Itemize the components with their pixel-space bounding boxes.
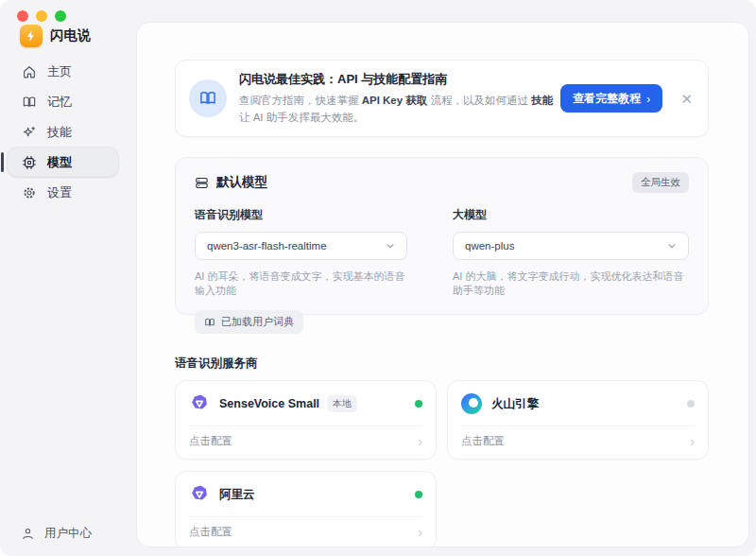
banner-description: 查阅官方指南，快速掌握 API Key 获取 流程，以及如何通过 技能 让 AI… [239,93,560,126]
sidebar-item-label: 设置 [47,184,72,201]
asr-model-field: 语音识别模型 qwen3-asr-flash-realtime AI 的耳朵，将… [195,207,407,334]
desc-part: 让 AI 助手发挥最大效能。 [239,112,364,123]
chevron-right-icon: › [690,435,695,448]
asr-model-select[interactable]: qwen3-asr-flash-realtime [195,232,407,260]
provider-configure-row[interactable]: 点击配置 › [176,426,436,459]
provider-name: 火山引擎 [491,396,539,412]
default-models-card: 默认模型 全局生效 语音识别模型 qwen3-asr-flash-realtim… [175,157,709,315]
llm-model-label: 大模型 [453,207,689,223]
status-dot [687,400,695,408]
user-center-button[interactable]: 用户中心 [21,526,92,542]
asr-model-value: qwen3-asr-flash-realtime [207,240,327,252]
provider-header: SenseVoice Small 本地 [176,381,436,414]
sidebar-item-models[interactable]: 模型 [8,148,118,177]
user-dictionary-label: 已加载用户词典 [221,315,294,329]
provider-header: 火山引擎 [448,381,708,414]
sidebar-item-memory[interactable]: 记忆 [8,87,118,116]
sidebar-item-label: 模型 [47,154,72,171]
chevron-right-icon: › [418,435,422,448]
llm-model-desc: AI 的大脑，将文字变成行动，实现优化表达和语音助手等功能 [453,269,689,298]
desc-bold: API Key 获取 [362,95,428,106]
desc-part: 流程，以及如何通过 [427,95,531,106]
model-fields: 语音识别模型 qwen3-asr-flash-realtime AI 的耳朵，将… [195,207,689,334]
best-practice-banner: 闪电说最佳实践：API 与技能配置指南 查阅官方指南，快速掌握 API Key … [175,60,709,137]
active-nav-indicator [1,152,4,172]
sidebar-item-label: 记忆 [47,94,72,111]
guide-book-icon [189,79,227,117]
provider-name: 阿里云 [219,487,255,503]
configure-label: 点击配置 [461,434,505,448]
app-logo: 闪电说 [20,25,92,47]
user-center-label: 用户中心 [44,526,92,542]
alicloud-logo [189,484,210,505]
main-panel: 闪电说最佳实践：API 与技能配置指南 查阅官方指南，快速掌握 API Key … [137,23,748,547]
desc-part: 查阅官方指南，快速掌握 [239,95,362,106]
status-dot [415,400,422,408]
user-dictionary-chip[interactable]: 已加载用户词典 [195,310,303,334]
dictionary-icon [204,317,215,328]
global-effect-badge: 全局生效 [632,172,689,193]
asr-model-desc: AI 的耳朵，将语音变成文字，实现基本的语音输入功能 [195,269,407,298]
lightning-icon [20,25,43,47]
server-stack-icon [195,176,209,190]
chevron-right-icon: › [646,92,650,106]
default-models-title: 默认模型 [216,174,267,191]
provider-configure-row[interactable]: 点击配置 › [448,426,708,459]
provider-card-alicloud[interactable]: 阿里云 点击配置 › [175,471,437,547]
close-window-button[interactable] [17,10,28,22]
sidebar-item-label: 主页 [47,63,72,80]
cta-label: 查看完整教程 [573,91,641,107]
maximize-window-button[interactable] [55,10,66,22]
provider-configure-row[interactable]: 点击配置 › [176,517,436,547]
provider-header: 阿里云 [176,472,436,505]
sidebar-item-home[interactable]: 主页 [8,57,118,86]
asr-model-label: 语音识别模型 [195,207,407,223]
sensevoice-logo [189,393,210,414]
desc-bold: 技能 [531,95,553,106]
person-icon [21,527,35,541]
chip-icon [22,155,37,170]
banner-text: 闪电说最佳实践：API 与技能配置指南 查阅官方指南，快速掌握 API Key … [239,71,560,126]
gear-icon [22,185,37,200]
view-tutorial-button[interactable]: 查看完整教程 › [560,84,662,113]
providers-section-title: 语音识别服务商 [175,356,748,372]
window-controls [17,10,66,22]
llm-model-field: 大模型 qwen-plus AI 的大脑，将文字变成行动，实现优化表达和语音助手… [453,207,689,334]
provider-name: SenseVoice Small [219,397,319,410]
configure-label: 点击配置 [189,434,232,448]
default-models-header: 默认模型 全局生效 [195,172,689,193]
providers-grid: SenseVoice Small 本地 点击配置 › 火山引擎 [175,380,709,547]
app-window: 闪电说 主页 记忆 技能 模型 设置 用户中心 [0,0,756,556]
close-icon[interactable]: ✕ [680,92,693,106]
volcano-logo [461,393,482,414]
book-icon [22,95,37,110]
configure-label: 点击配置 [189,525,232,539]
provider-card-volcano[interactable]: 火山引擎 点击配置 › [447,380,709,460]
chevron-down-icon [386,241,395,251]
local-badge: 本地 [327,395,357,412]
sidebar-item-skills[interactable]: 技能 [8,117,118,147]
home-icon [22,64,37,79]
status-dot [415,491,422,498]
llm-model-value: qwen-plus [465,240,514,252]
sidebar-nav: 主页 记忆 技能 模型 设置 [8,57,118,208]
minimize-window-button[interactable] [36,10,47,22]
app-name: 闪电说 [50,27,92,44]
chevron-down-icon [667,241,677,251]
llm-model-select[interactable]: qwen-plus [453,232,689,260]
sidebar-item-label: 技能 [47,124,72,141]
provider-card-sensevoice[interactable]: SenseVoice Small 本地 点击配置 › [175,380,437,460]
sidebar-item-settings[interactable]: 设置 [8,178,118,207]
chevron-right-icon: › [418,526,422,539]
sparkle-icon [22,125,37,140]
banner-title: 闪电说最佳实践：API 与技能配置指南 [239,71,560,88]
